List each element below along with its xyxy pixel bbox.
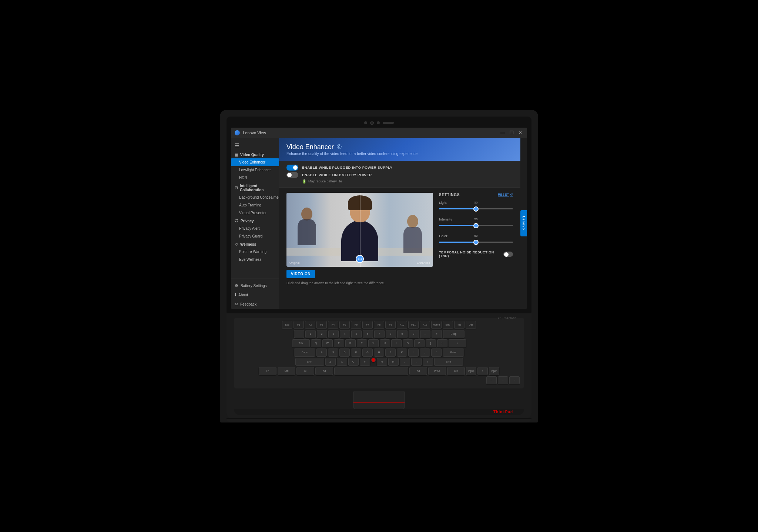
key-alt-right[interactable]: Alt	[409, 367, 427, 375]
sidebar-feedback[interactable]: ✉ Feedback	[231, 300, 279, 309]
sidebar-battery-settings[interactable]: ⚙ Battery Settings	[231, 281, 279, 290]
key-0[interactable]: 0	[409, 330, 419, 338]
sidebar-item-low-light-enhancer[interactable]: Low-light Enhancer	[231, 166, 279, 174]
key-o[interactable]: O	[403, 339, 413, 347]
key-k[interactable]: K	[397, 349, 407, 357]
key-v[interactable]: V	[360, 358, 370, 366]
sidebar-about[interactable]: ℹ About	[231, 290, 279, 300]
key-ctrl-left[interactable]: Ctrl	[278, 367, 295, 375]
key-j[interactable]: J	[385, 349, 396, 357]
sidebar-item-video-enhancer[interactable]: Video Enhancer	[231, 158, 279, 166]
key-space[interactable]	[334, 367, 408, 375]
key-lbracket[interactable]: [	[426, 339, 436, 347]
tnr-toggle[interactable]	[503, 252, 513, 257]
key-equals[interactable]: =	[432, 330, 442, 338]
key-rbracket[interactable]: ]	[437, 339, 447, 347]
key-backspace[interactable]: Bksp	[443, 330, 464, 338]
sidebar-item-auto-framing[interactable]: Auto Framing	[231, 201, 279, 209]
key-f[interactable]: F	[351, 349, 361, 357]
key-a[interactable]: A	[316, 349, 327, 357]
key-end[interactable]: End	[443, 321, 453, 329]
key-f9[interactable]: F9	[385, 321, 396, 329]
key-backtick[interactable]: `	[294, 330, 304, 338]
light-thumb[interactable]	[473, 206, 479, 212]
key-r[interactable]: R	[345, 339, 356, 347]
key-ctrl-right[interactable]: Ctrl	[447, 367, 465, 375]
sidebar-item-virtual-presenter[interactable]: Virtual Presenter	[231, 209, 279, 217]
key-prtsc[interactable]: PrtSc	[428, 367, 446, 375]
sidebar-item-privacy-alert[interactable]: Privacy Alert	[231, 225, 279, 232]
key-up[interactable]: ↑	[477, 367, 488, 375]
key-f10[interactable]: F10	[397, 321, 407, 329]
sidebar-section-video-quality[interactable]: ▦ Video Quality	[231, 151, 279, 158]
key-left[interactable]: ←	[486, 376, 497, 384]
key-u[interactable]: U	[380, 339, 390, 347]
key-x[interactable]: X	[337, 358, 347, 366]
key-period[interactable]: .	[411, 358, 422, 366]
key-f3[interactable]: F3	[316, 321, 327, 329]
sidebar-section-wellness[interactable]: ♡ Wellness	[231, 240, 279, 248]
key-capslock[interactable]: Caps	[294, 349, 315, 357]
key-f5[interactable]: F5	[339, 321, 350, 329]
key-t[interactable]: T	[357, 339, 367, 347]
key-i[interactable]: I	[391, 339, 402, 347]
key-c[interactable]: C	[348, 358, 359, 366]
key-pgup[interactable]: PgUp	[466, 367, 476, 375]
sidebar-section-intelligent-collab[interactable]: ⊡ Intelligent Collaboration	[231, 182, 279, 193]
close-button[interactable]: ✕	[517, 130, 523, 135]
key-6[interactable]: 6	[363, 330, 373, 338]
key-3[interactable]: 3	[328, 330, 339, 338]
key-semicolon[interactable]: ;	[420, 349, 430, 357]
key-y[interactable]: Y	[368, 339, 379, 347]
key-f12[interactable]: F12	[420, 321, 430, 329]
touchpad[interactable]	[353, 391, 405, 409]
key-9[interactable]: 9	[397, 330, 407, 338]
key-8[interactable]: 8	[386, 330, 396, 338]
key-right[interactable]: →	[509, 376, 520, 384]
sidebar-item-eye-wellness[interactable]: Eye Wellness	[231, 256, 279, 263]
key-s[interactable]: S	[328, 349, 338, 357]
key-comma[interactable]: ,	[400, 358, 410, 366]
key-5[interactable]: 5	[351, 330, 362, 338]
trackpoint-key[interactable]	[371, 358, 376, 362]
minimize-button[interactable]: —	[500, 130, 506, 135]
key-z[interactable]: Z	[325, 358, 336, 366]
key-tab[interactable]: Tab	[292, 339, 310, 347]
intensity-thumb[interactable]	[473, 223, 479, 228]
key-4[interactable]: 4	[340, 330, 350, 338]
key-slash[interactable]: /	[423, 358, 433, 366]
color-thumb[interactable]	[473, 240, 479, 245]
sidebar-item-background-concealment[interactable]: Background Concealment	[231, 193, 279, 201]
reset-button[interactable]: RESET ↺	[498, 193, 513, 196]
key-f2[interactable]: F2	[305, 321, 315, 329]
key-f11[interactable]: F11	[408, 321, 419, 329]
key-n[interactable]: N	[377, 358, 387, 366]
key-home[interactable]: Home	[431, 321, 442, 329]
sidebar-item-privacy-guard[interactable]: Privacy Guard	[231, 232, 279, 240]
key-shift-right[interactable]: Shift	[434, 358, 463, 366]
sidebar-item-hdr[interactable]: HDR	[231, 174, 279, 182]
help-icon[interactable]: ⓪	[337, 144, 342, 150]
restore-button[interactable]: ❐	[509, 130, 514, 135]
key-g[interactable]: G	[362, 349, 373, 357]
key-7[interactable]: 7	[374, 330, 385, 338]
key-l[interactable]: L	[408, 349, 419, 357]
key-insert[interactable]: Ins	[454, 321, 464, 329]
key-f8[interactable]: F8	[374, 321, 384, 329]
key-f6[interactable]: F6	[351, 321, 361, 329]
key-q[interactable]: Q	[311, 339, 321, 347]
key-1[interactable]: 1	[305, 330, 316, 338]
key-pgdn[interactable]: PgDn	[489, 367, 499, 375]
key-enter[interactable]: Enter	[443, 349, 464, 357]
key-shift-left[interactable]: Shift	[295, 358, 324, 366]
key-alt-left[interactable]: Alt	[315, 367, 333, 375]
key-delete[interactable]: Del	[466, 321, 476, 329]
battery-toggle[interactable]	[286, 172, 298, 178]
key-h[interactable]: H	[374, 349, 384, 357]
key-esc[interactable]: Esc	[282, 321, 292, 329]
video-on-button[interactable]: VIDEO ON	[286, 270, 315, 278]
key-w[interactable]: W	[322, 339, 333, 347]
key-f7[interactable]: F7	[362, 321, 373, 329]
power-toggle[interactable]	[286, 165, 298, 171]
key-2[interactable]: 2	[317, 330, 327, 338]
